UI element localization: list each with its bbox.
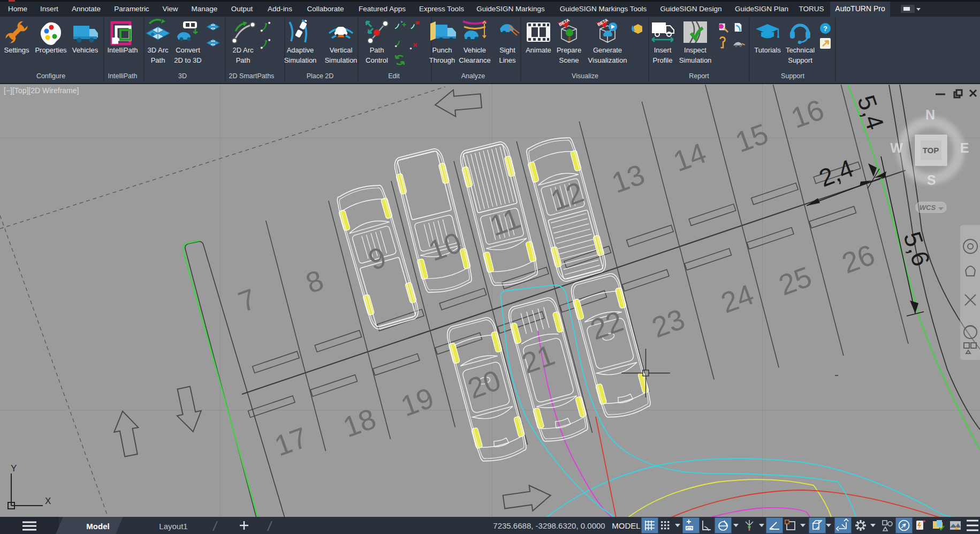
svg-text:Insert: Insert bbox=[654, 46, 672, 54]
svg-text:GuideSIGN Markings Tools: GuideSIGN Markings Tools bbox=[560, 5, 647, 13]
svg-text:AutoTURN Pro: AutoTURN Pro bbox=[835, 4, 885, 13]
svg-text:Punch: Punch bbox=[432, 46, 452, 54]
svg-text:2D to 3D: 2D to 3D bbox=[174, 56, 201, 64]
svg-text:Scene: Scene bbox=[559, 56, 579, 64]
svg-text:Simulation: Simulation bbox=[284, 56, 317, 64]
svg-text:Path: Path bbox=[151, 56, 165, 64]
svg-text:IntelliPath: IntelliPath bbox=[108, 72, 138, 80]
svg-text:GuideSIGN Markings: GuideSIGN Markings bbox=[476, 5, 545, 13]
svg-text:W: W bbox=[890, 140, 903, 155]
svg-text:Analyze: Analyze bbox=[461, 72, 485, 80]
svg-text:Settings: Settings bbox=[4, 46, 29, 54]
svg-text:TOP: TOP bbox=[923, 146, 939, 155]
svg-text:Sight: Sight bbox=[499, 46, 515, 54]
svg-text:Model: Model bbox=[86, 522, 109, 531]
svg-text:Manage: Manage bbox=[192, 5, 218, 13]
svg-text:MODEL: MODEL bbox=[612, 521, 640, 530]
svg-text:Tutorials: Tutorials bbox=[754, 46, 781, 54]
svg-text:Visualization: Visualization bbox=[588, 56, 627, 64]
svg-text:Profile: Profile bbox=[653, 56, 673, 64]
svg-text:2D Arc: 2D Arc bbox=[232, 46, 254, 54]
svg-text:Generate: Generate bbox=[593, 46, 622, 54]
svg-text:Path: Path bbox=[370, 46, 384, 54]
svg-text:X: X bbox=[45, 496, 51, 506]
svg-text:2D SmartPaths: 2D SmartPaths bbox=[229, 72, 275, 80]
svg-text:7235.6688, -3298.6320, 0.0000: 7235.6688, -3298.6320, 0.0000 bbox=[493, 521, 605, 530]
svg-text:?: ? bbox=[823, 25, 827, 33]
svg-text:Featured Apps: Featured Apps bbox=[359, 5, 406, 13]
svg-text:S: S bbox=[927, 172, 936, 187]
svg-text:Annotate: Annotate bbox=[72, 5, 101, 13]
svg-text:Output: Output bbox=[231, 5, 253, 13]
svg-text:TORUS: TORUS bbox=[799, 5, 824, 13]
svg-text:3D: 3D bbox=[178, 72, 187, 80]
svg-text:Prepare: Prepare bbox=[557, 46, 581, 54]
svg-text:Lines: Lines bbox=[499, 56, 516, 64]
svg-text:Adaptive: Adaptive bbox=[287, 46, 314, 54]
svg-text:IntelliPath: IntelliPath bbox=[107, 46, 138, 54]
svg-text:Support: Support bbox=[788, 56, 812, 64]
svg-text:Express Tools: Express Tools bbox=[419, 5, 464, 13]
svg-text:WCS: WCS bbox=[920, 204, 936, 212]
svg-text:Control: Control bbox=[366, 56, 388, 64]
svg-text:Report: Report bbox=[689, 72, 709, 80]
svg-text:Animate: Animate bbox=[526, 46, 551, 54]
svg-text:Through: Through bbox=[429, 56, 455, 64]
svg-text:Path: Path bbox=[236, 56, 250, 64]
svg-text:3D Arc: 3D Arc bbox=[147, 46, 169, 54]
svg-text:Y: Y bbox=[11, 463, 17, 473]
svg-text:Place 2D: Place 2D bbox=[307, 72, 334, 80]
svg-text:Parametric: Parametric bbox=[114, 5, 149, 13]
svg-text:Properties: Properties bbox=[35, 46, 67, 54]
svg-text:[−][Top][2D Wireframe]: [−][Top][2D Wireframe] bbox=[4, 86, 79, 95]
svg-text:Convert: Convert bbox=[176, 46, 200, 54]
svg-text:Configure: Configure bbox=[36, 72, 65, 80]
svg-text:Add-ins: Add-ins bbox=[268, 5, 292, 13]
svg-text:Edit: Edit bbox=[388, 72, 400, 80]
svg-text:Technical: Technical bbox=[786, 46, 815, 54]
svg-text:N: N bbox=[925, 107, 935, 122]
svg-text:Vehicle: Vehicle bbox=[464, 46, 486, 54]
svg-text:Support: Support bbox=[781, 72, 804, 80]
svg-text:Insert: Insert bbox=[40, 5, 58, 13]
svg-text:Vehicles: Vehicles bbox=[72, 46, 98, 54]
svg-text:View: View bbox=[162, 5, 178, 13]
svg-text:Layout1: Layout1 bbox=[159, 522, 187, 531]
svg-text:Home: Home bbox=[8, 5, 27, 13]
svg-text:Inspect: Inspect bbox=[684, 46, 706, 54]
svg-text:Visualize: Visualize bbox=[572, 72, 598, 80]
svg-text:Clearance: Clearance bbox=[459, 56, 490, 64]
svg-text:Collaborate: Collaborate bbox=[307, 5, 344, 13]
svg-text:GuideSIGN Plan: GuideSIGN Plan bbox=[735, 5, 788, 13]
svg-text:E: E bbox=[960, 140, 969, 155]
svg-text:Simulation: Simulation bbox=[679, 56, 712, 64]
svg-text:Simulation: Simulation bbox=[325, 56, 358, 64]
svg-text:Vertical: Vertical bbox=[330, 46, 353, 54]
svg-text:GuideSIGN Design: GuideSIGN Design bbox=[660, 5, 722, 13]
